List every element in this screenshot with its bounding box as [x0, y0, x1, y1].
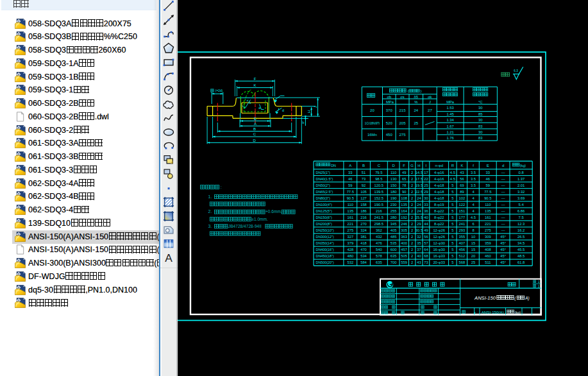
svg-text:—: — [501, 222, 505, 226]
svg-text:5: 5 [451, 209, 453, 213]
svg-text:30: 30 [478, 118, 482, 122]
svg-text:35: 35 [417, 241, 421, 245]
svg-text:5: 5 [451, 190, 453, 194]
svg-text:85: 85 [478, 112, 482, 116]
svg-text:77.5: 77.5 [484, 190, 491, 194]
svg-text:—: — [501, 184, 505, 187]
svg-text:d: d [247, 99, 249, 102]
svg-text:568: 568 [459, 261, 466, 264]
svg-text:255: 255 [391, 209, 397, 213]
svg-text:130: 130 [391, 177, 397, 181]
svg-text:DN300(12"): DN300(12") [316, 235, 334, 239]
svg-text:J: J [429, 100, 431, 104]
svg-text:90: 90 [402, 190, 406, 194]
svg-text:78: 78 [402, 184, 406, 187]
svg-text:205: 205 [399, 121, 406, 125]
svg-text:29: 29 [424, 190, 428, 194]
svg-text:(=2d): (=2d) [215, 89, 223, 92]
svg-text:68: 68 [424, 254, 428, 258]
svg-text:DN450(18"): DN450(18") [316, 254, 334, 258]
svg-text:G: G [410, 164, 414, 167]
svg-text:σb: σb [387, 95, 391, 99]
svg-text:61.8: 61.8 [517, 261, 525, 264]
svg-text:d: d [282, 108, 284, 112]
svg-text:186: 186 [360, 209, 367, 213]
svg-text:(kg): (kg) [515, 311, 521, 314]
svg-text:33: 33 [424, 203, 428, 207]
svg-text:1.67: 1.67 [446, 124, 453, 128]
svg-text:512: 512 [459, 254, 466, 258]
svg-text:DN80(3"): DN80(3") [316, 196, 330, 200]
svg-text:43: 43 [460, 171, 464, 175]
svg-text:89: 89 [460, 190, 464, 194]
svg-text:578: 578 [376, 254, 382, 258]
svg-text:135: 135 [347, 209, 353, 213]
svg-text:511: 511 [485, 261, 491, 264]
svg-text:5: 5 [451, 241, 453, 245]
svg-text:2: 2 [411, 222, 413, 226]
svg-text:69: 69 [460, 184, 464, 187]
svg-text:476: 476 [376, 241, 382, 245]
svg-text:73: 73 [362, 177, 365, 181]
svg-text:25: 25 [471, 261, 475, 264]
svg-text:8-φ22: 8-φ22 [434, 209, 444, 213]
svg-text:400: 400 [401, 241, 407, 245]
svg-text:45°: 45° [500, 254, 506, 258]
svg-text:381: 381 [360, 235, 367, 239]
svg-text:37: 37 [417, 248, 421, 252]
svg-text:45°: 45° [500, 261, 506, 264]
svg-text:C: C [378, 164, 381, 167]
svg-text:5: 5 [451, 261, 453, 264]
svg-text:64: 64 [424, 248, 428, 252]
svg-text:280: 280 [391, 216, 397, 219]
svg-text:359: 359 [485, 241, 491, 245]
svg-text:270: 270 [360, 222, 367, 226]
svg-text:DN250(10"): DN250(10") [316, 228, 334, 232]
svg-text:25: 25 [414, 121, 418, 125]
svg-text:19.5: 19.5 [416, 184, 423, 187]
svg-text:180: 180 [391, 190, 397, 194]
svg-text:R: R [451, 164, 455, 167]
svg-text:77.5: 77.5 [347, 190, 354, 194]
svg-text:5: 5 [451, 254, 453, 258]
svg-text:56: 56 [424, 235, 428, 239]
svg-text:450: 450 [386, 133, 393, 137]
svg-text:DN40(1.5"): DN40(1.5") [316, 177, 333, 181]
svg-text:30.5: 30.5 [416, 228, 423, 232]
svg-text:40: 40 [417, 254, 421, 258]
svg-text:+0.6mm,: +0.6mm, [265, 209, 282, 214]
svg-text:B: B [362, 164, 365, 167]
svg-text:(kg): (kg) [520, 164, 526, 167]
svg-text:DN50(2"): DN50(2") [316, 184, 330, 187]
svg-text:532: 532 [347, 261, 353, 264]
svg-text:48.5: 48.5 [517, 254, 525, 258]
svg-text:45.5: 45.5 [517, 248, 525, 252]
svg-text:221: 221 [485, 222, 491, 226]
svg-text:600: 600 [391, 248, 397, 252]
svg-text:H: H [417, 164, 420, 167]
svg-text:216: 216 [376, 209, 382, 213]
svg-text:5: 5 [451, 228, 453, 232]
svg-text:DN25(1"): DN25(1") [316, 171, 330, 175]
svg-text:102: 102 [459, 196, 466, 200]
svg-text:90.5: 90.5 [484, 196, 491, 200]
svg-text:275: 275 [485, 228, 491, 232]
svg-text:8: 8 [472, 228, 474, 232]
svg-text:24: 24 [414, 108, 418, 112]
svg-text:8-φ22: 8-φ22 [434, 222, 444, 226]
svg-text:1.53: 1.53 [446, 106, 453, 110]
svg-text:540: 540 [376, 248, 382, 252]
svg-text:I: I [426, 164, 427, 167]
svg-text:f: f [473, 164, 474, 167]
svg-text:635: 635 [391, 254, 397, 258]
svg-text:161: 161 [347, 216, 353, 219]
svg-text:3.5: 3.5 [471, 177, 476, 181]
svg-text:ANSI-150(A): ANSI-150(A) [482, 310, 504, 314]
svg-text:293: 293 [459, 228, 466, 232]
svg-text:5.4: 5.4 [519, 203, 525, 207]
svg-text:230: 230 [391, 203, 397, 207]
svg-text:5: 5 [451, 203, 453, 207]
svg-text:241.5: 241.5 [374, 216, 384, 219]
svg-text:b: b [249, 101, 251, 105]
svg-text:164: 164 [401, 209, 407, 213]
